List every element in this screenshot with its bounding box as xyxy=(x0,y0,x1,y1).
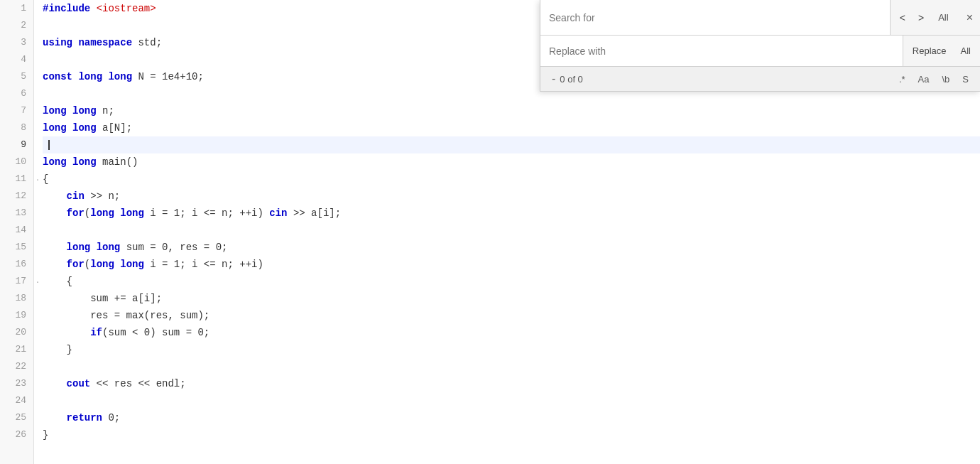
token: ( xyxy=(85,259,90,270)
replace-input[interactable] xyxy=(540,36,903,66)
token: using xyxy=(43,37,72,48)
token: N = 1e4+10; xyxy=(132,71,204,82)
token: } xyxy=(43,344,72,355)
line-number-10: 10 xyxy=(0,153,33,171)
line-number-24: 24 xyxy=(0,392,33,409)
token: } xyxy=(43,429,48,441)
token: i = 1; i <= n; ++i) xyxy=(144,259,263,270)
token: { xyxy=(43,276,72,287)
token xyxy=(43,207,67,219)
token: for xyxy=(67,259,85,270)
line-number-23: 23 xyxy=(0,375,33,392)
token: res = max(res, sum); xyxy=(43,310,209,321)
code-line-8: long long a[N]; xyxy=(43,119,980,136)
code-line-14 xyxy=(43,222,980,239)
whole-word-button[interactable]: \b xyxy=(937,72,954,87)
token: <iostream> xyxy=(97,3,156,14)
token: long xyxy=(90,207,114,219)
line-number-6: 6 xyxy=(0,85,33,102)
code-line-16: for(long long i = 1; i <= n; ++i) xyxy=(43,256,980,273)
token xyxy=(114,259,120,270)
token: long xyxy=(97,242,121,253)
find-all-button[interactable]: All xyxy=(930,9,956,26)
replace-row: Replace All xyxy=(540,36,980,67)
token: n; xyxy=(97,105,114,117)
token: sum += a[i]; xyxy=(43,293,162,304)
token: long xyxy=(72,105,97,117)
line-number-12: 12 xyxy=(0,188,33,205)
token xyxy=(43,327,90,338)
token: cin xyxy=(67,190,85,202)
token xyxy=(67,156,72,168)
token xyxy=(43,242,67,253)
token: namespace xyxy=(78,37,132,48)
search-replace-panel: < > All × Replace All - 0 of 0 .* xyxy=(540,0,980,92)
code-line-23: cout << res << endl; xyxy=(43,375,980,392)
token: >> n; xyxy=(85,190,120,202)
cursor xyxy=(48,140,50,150)
code-line-18: sum += a[i]; xyxy=(43,290,980,307)
status-row: - 0 of 0 .* Aa \b S xyxy=(540,67,980,91)
line-number-3: 3 xyxy=(0,34,33,51)
token: 0; xyxy=(102,412,120,423)
token xyxy=(90,242,96,253)
code-line-12: cin >> n; xyxy=(43,188,980,205)
token: for xyxy=(67,207,85,219)
replace-one-button[interactable]: Replace xyxy=(906,42,953,60)
fold-indicator-17[interactable]: · xyxy=(36,274,43,291)
token xyxy=(67,105,72,117)
token: long xyxy=(78,71,102,82)
line-number-16: 16 xyxy=(0,256,33,273)
token: (sum < 0) sum = 0; xyxy=(102,327,209,338)
code-line-11: ·{ xyxy=(43,171,980,188)
token: long xyxy=(43,105,67,117)
line-numbers: 1234567891011121314151617181920212223242… xyxy=(0,0,34,464)
line-number-1: 1 xyxy=(0,0,33,17)
close-search-button[interactable]: × xyxy=(959,9,980,27)
replace-all-button[interactable]: All xyxy=(954,42,977,60)
line-number-4: 4 xyxy=(0,51,33,68)
token: sum = 0, res = 0; xyxy=(120,242,227,253)
token: long xyxy=(120,207,144,219)
search-row: < > All × xyxy=(540,0,980,36)
code-line-15: long long sum = 0, res = 0; xyxy=(43,239,980,256)
code-line-19: res = max(res, sum); xyxy=(43,307,980,324)
line-number-8: 8 xyxy=(0,119,33,136)
token: cout xyxy=(67,378,91,389)
line-number-2: 2 xyxy=(0,17,33,34)
next-match-button[interactable]: > xyxy=(912,9,930,27)
match-status: 0 of 0 xyxy=(560,74,895,85)
line-number-18: 18 xyxy=(0,290,33,307)
token: const xyxy=(43,71,72,82)
line-number-25: 25 xyxy=(0,409,33,426)
token xyxy=(43,259,67,270)
line-number-19: 19 xyxy=(0,307,33,324)
token xyxy=(43,412,67,423)
code-line-10: long long main() xyxy=(43,153,980,171)
selection-only-button[interactable]: S xyxy=(958,72,973,87)
collapse-button[interactable]: - xyxy=(548,72,560,85)
token xyxy=(43,190,67,202)
prev-match-button[interactable]: < xyxy=(893,9,912,27)
token: ( xyxy=(85,207,90,219)
token: long xyxy=(120,259,144,270)
regex-button[interactable]: .* xyxy=(895,72,910,87)
regex-options: .* Aa \b S xyxy=(895,72,973,87)
token xyxy=(67,122,72,134)
replace-buttons: Replace All xyxy=(903,42,980,60)
line-number-26: 26 xyxy=(0,426,33,443)
token: >> a[i]; xyxy=(288,207,342,219)
token: long xyxy=(90,259,114,270)
search-input[interactable] xyxy=(540,0,891,35)
editor-container: 1234567891011121314151617181920212223242… xyxy=(0,0,980,464)
line-number-15: 15 xyxy=(0,239,33,256)
search-nav-buttons: < > All xyxy=(891,9,959,27)
line-number-9: 9 xyxy=(0,136,33,153)
code-line-17: · { xyxy=(43,273,980,290)
case-sensitive-button[interactable]: Aa xyxy=(914,72,934,87)
fold-indicator-11[interactable]: · xyxy=(36,172,43,189)
code-line-24 xyxy=(43,392,980,409)
token xyxy=(43,378,67,389)
code-line-26: } xyxy=(43,426,980,443)
token: << res << endl; xyxy=(90,378,185,389)
